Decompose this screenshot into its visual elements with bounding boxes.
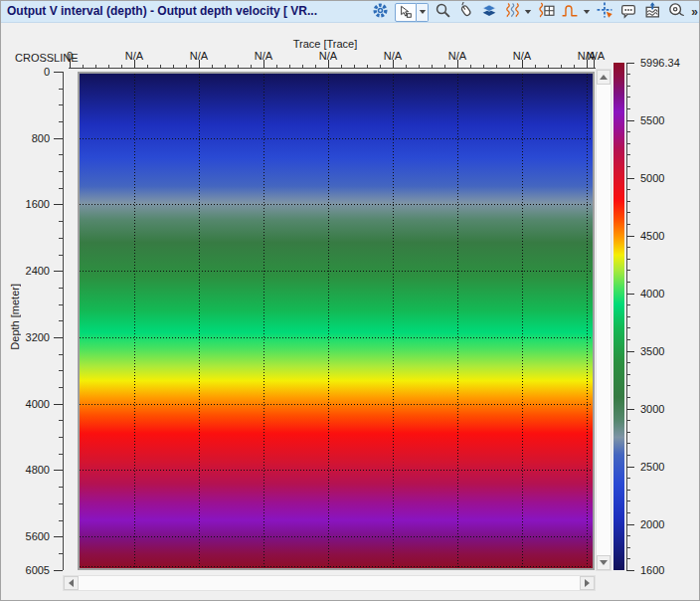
y-axis-major-tick xyxy=(54,337,63,338)
grid-line-horizontal xyxy=(80,204,593,205)
grid-line-horizontal xyxy=(80,404,593,405)
x-axis-minor-tick xyxy=(380,65,381,68)
x-axis-minor-tick xyxy=(212,65,213,68)
colorbar-minor-tick xyxy=(626,304,630,305)
trace-table-button[interactable] xyxy=(538,3,555,21)
y-axis-major-tick xyxy=(54,536,63,537)
x-axis-minor-tick xyxy=(574,65,575,68)
y-axis-tick-label: 6005 xyxy=(1,564,50,576)
colorbar-minor-tick xyxy=(626,131,630,132)
colorbar-minor-tick xyxy=(626,490,630,491)
export-image-button[interactable] xyxy=(643,3,661,21)
y-axis-major-tick xyxy=(54,570,63,571)
grid-line-vertical xyxy=(199,74,200,568)
x-axis-minor-tick xyxy=(108,65,109,68)
zoom-button[interactable] xyxy=(435,3,451,21)
mouse-tool-button[interactable] xyxy=(457,3,474,21)
pointer-select-icon[interactable] xyxy=(395,3,417,22)
x-axis-minor-tick xyxy=(406,65,407,68)
y-axis-minor-tick xyxy=(59,503,63,504)
colorbar-major-tick xyxy=(626,120,634,121)
y-axis-minor-tick xyxy=(59,89,63,90)
left-arrow-icon xyxy=(69,579,74,587)
y-axis-line xyxy=(63,72,64,570)
wiggle-display-button-dropdown[interactable] xyxy=(523,3,532,21)
colorbar[interactable] xyxy=(613,63,624,570)
x-axis-minor-tick xyxy=(444,65,445,68)
y-axis-major-tick xyxy=(54,204,63,205)
y-axis-minor-tick xyxy=(59,121,63,122)
annotation-button[interactable] xyxy=(619,3,637,21)
x-axis-major-tick xyxy=(70,60,71,68)
y-axis-major-tick xyxy=(54,72,63,73)
pane-titlebar[interactable]: Output V interval (depth) - Output depth… xyxy=(1,1,699,23)
grid-line-horizontal xyxy=(80,536,593,537)
settings-button[interactable] xyxy=(372,3,389,21)
select-mode-button-dropdown[interactable] xyxy=(417,3,429,22)
colorbar-minor-tick xyxy=(626,432,630,433)
grid-line-vertical xyxy=(328,74,329,568)
layers-button[interactable] xyxy=(480,3,498,21)
colorbar-tick-label: 2500 xyxy=(640,461,664,473)
y-axis-minor-tick xyxy=(59,354,63,355)
colorbar-major-tick xyxy=(626,409,634,410)
x-axis-minor-tick xyxy=(470,65,471,68)
scroll-up-button[interactable] xyxy=(597,70,611,85)
colorbar-minor-tick xyxy=(626,154,630,155)
colorbar-tick-label: 1600 xyxy=(640,564,664,576)
image-export-icon xyxy=(643,2,661,23)
colorbar-major-tick xyxy=(626,351,634,352)
colorbar-tick-label: 4500 xyxy=(640,230,664,242)
colorbar-minor-tick xyxy=(626,339,630,340)
y-axis-major-tick xyxy=(54,470,63,471)
y-axis-tick-label: 1600 xyxy=(1,198,50,210)
y-axis-minor-tick xyxy=(59,520,63,521)
colorbar-minor-tick xyxy=(626,212,630,213)
tracking-cursor-button[interactable] xyxy=(597,3,613,21)
y-axis-tick-label: 800 xyxy=(1,132,50,144)
colorbar-minor-tick xyxy=(626,455,630,456)
y-axis-tick-label: 5600 xyxy=(1,530,50,542)
y-axis-tick-label: 4000 xyxy=(1,398,50,410)
colorbar-minor-tick xyxy=(626,501,630,501)
y-axis-minor-tick xyxy=(59,188,63,189)
y-axis-tick-label: 4800 xyxy=(1,464,50,476)
x-axis-minor-tick xyxy=(535,65,536,68)
y-axis-minor-tick xyxy=(59,420,63,421)
x-axis-minor-tick xyxy=(561,65,562,68)
colorbar-minor-tick xyxy=(626,247,630,248)
y-axis-minor-tick xyxy=(59,255,63,256)
x-axis-minor-tick xyxy=(95,65,96,68)
horizontal-scrollbar[interactable] xyxy=(63,575,596,591)
magnifier-icon xyxy=(435,2,451,23)
select-mode-button[interactable] xyxy=(395,3,429,22)
x-axis-minor-tick xyxy=(276,65,277,68)
histogram-button-dropdown[interactable] xyxy=(582,3,591,21)
y-axis-major-tick xyxy=(54,404,63,405)
vertical-scrollbar[interactable] xyxy=(596,69,612,571)
scroll-down-button[interactable] xyxy=(597,555,611,570)
toolbar-overflow-button[interactable]: » xyxy=(691,3,697,21)
x-axis-line xyxy=(69,68,596,69)
colorbar-minor-tick xyxy=(626,97,630,98)
y-axis-minor-tick xyxy=(59,454,63,455)
measure-button[interactable] xyxy=(667,3,685,21)
colorbar-minor-tick xyxy=(626,535,630,536)
histogram-button[interactable] xyxy=(561,3,579,21)
colorbar-minor-tick xyxy=(626,74,630,75)
comment-icon xyxy=(619,2,637,23)
scroll-right-button[interactable] xyxy=(580,576,595,590)
pane-title: Output V interval (depth) - Output depth… xyxy=(7,4,317,18)
grid-line-vertical xyxy=(522,74,523,568)
x-axis-minor-tick xyxy=(147,65,148,68)
velocity-heatmap-canvas[interactable] xyxy=(78,72,595,570)
wiggle-display-button[interactable] xyxy=(504,3,520,21)
wiggle-table-icon xyxy=(538,2,555,23)
x-axis-major-tick xyxy=(199,60,200,68)
scroll-left-button[interactable] xyxy=(64,576,79,590)
x-axis-minor-tick xyxy=(173,65,174,68)
colorbar-major-tick xyxy=(626,294,634,295)
y-axis-minor-tick xyxy=(59,320,63,321)
x-axis-minor-tick xyxy=(186,65,187,68)
colorbar-minor-tick xyxy=(626,316,630,317)
